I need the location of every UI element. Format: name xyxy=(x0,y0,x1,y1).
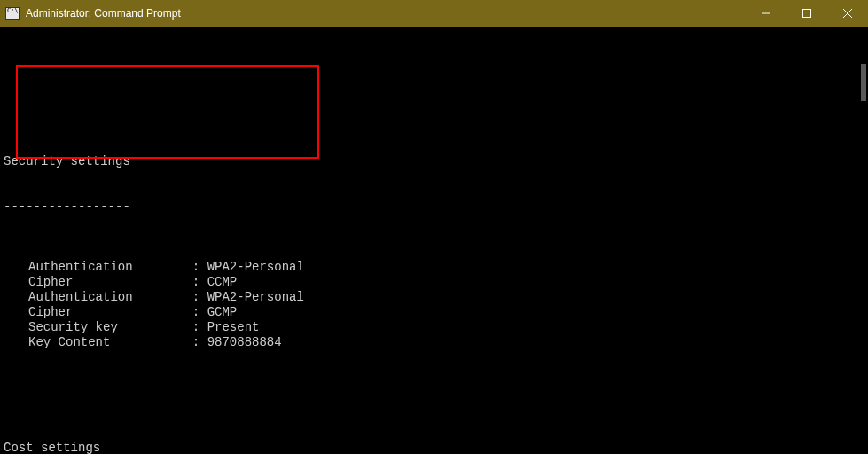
security-label: Security key xyxy=(28,320,192,335)
titlebar[interactable]: Administrator: Command Prompt xyxy=(0,0,868,27)
close-button[interactable] xyxy=(827,0,868,27)
security-row: Security key : Present xyxy=(4,320,868,335)
terminal-area[interactable]: Security settings ----------------- Auth… xyxy=(0,27,868,454)
security-row: Authentication : WPA2-Personal xyxy=(4,290,868,305)
security-value: CCMP xyxy=(207,275,238,289)
svg-rect-1 xyxy=(803,10,811,18)
security-value: Present xyxy=(207,320,260,334)
security-label: Authentication xyxy=(28,260,192,275)
security-label: Authentication xyxy=(28,290,192,305)
security-value: 9870888884 xyxy=(207,335,282,349)
security-value: WPA2-Personal xyxy=(207,260,304,274)
minimize-icon xyxy=(762,9,770,18)
security-value: WPA2-Personal xyxy=(207,290,304,304)
cost-header: Cost settings xyxy=(4,441,868,454)
security-row: Cipher : CCMP xyxy=(4,275,868,290)
titlebar-left: Administrator: Command Prompt xyxy=(5,7,181,20)
security-label: Key Content xyxy=(28,335,192,350)
security-label: Cipher xyxy=(28,305,192,320)
maximize-button[interactable] xyxy=(786,0,827,27)
security-row: Authentication : WPA2-Personal xyxy=(4,260,868,275)
separator: : xyxy=(192,335,207,349)
security-header: Security settings xyxy=(4,154,868,169)
separator: : xyxy=(192,305,207,319)
security-dashes: ----------------- xyxy=(4,200,868,215)
separator: : xyxy=(192,320,207,334)
cmd-icon xyxy=(5,7,20,20)
window-title: Administrator: Command Prompt xyxy=(26,7,181,20)
security-row: Key Content : 9870888884 xyxy=(4,335,868,350)
separator: : xyxy=(192,275,207,289)
scrollbar-thumb[interactable] xyxy=(861,64,866,101)
close-icon xyxy=(843,9,852,18)
separator: : xyxy=(192,290,207,304)
security-row: Cipher : GCMP xyxy=(4,305,868,320)
security-value: GCMP xyxy=(207,305,238,319)
maximize-icon xyxy=(802,9,811,18)
window-controls xyxy=(746,0,868,27)
separator: : xyxy=(192,260,207,274)
security-label: Cipher xyxy=(28,275,192,290)
minimize-button[interactable] xyxy=(746,0,786,27)
